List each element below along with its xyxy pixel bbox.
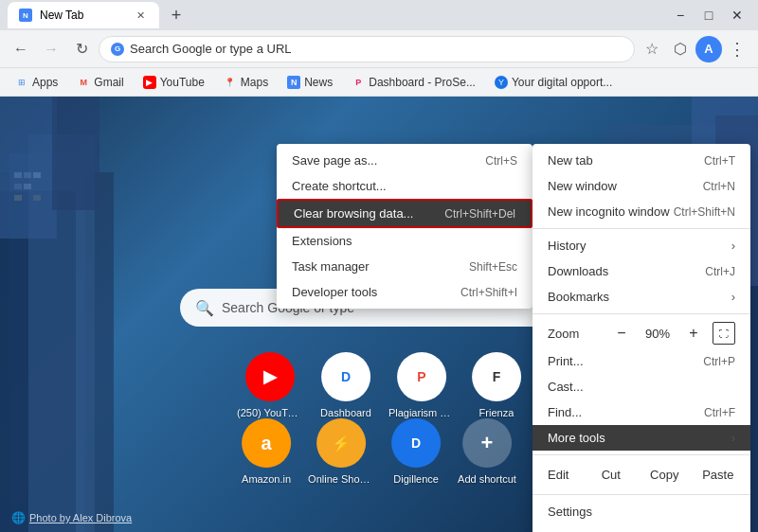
menu-cast[interactable]: Cast... bbox=[532, 374, 750, 399]
bookmark-maps-label: Maps bbox=[241, 76, 268, 89]
shortcut-shop-label: Online Shopp... bbox=[308, 473, 374, 485]
close-button[interactable]: ✕ bbox=[724, 2, 750, 28]
menu-more-tools[interactable]: More tools › bbox=[532, 425, 750, 451]
apps-icon: ⊞ bbox=[15, 76, 28, 89]
extensions-label: Extensions bbox=[292, 234, 517, 248]
menu-downloads[interactable]: Downloads Ctrl+J bbox=[532, 258, 750, 284]
dev-tools-shortcut: Ctrl+Shift+I bbox=[460, 286, 517, 299]
news-icon: N bbox=[287, 76, 300, 89]
menu-settings[interactable]: Settings bbox=[532, 499, 750, 524]
extensions-button[interactable]: ⬡ bbox=[667, 36, 694, 62]
zoom-fullscreen-button[interactable]: ⛶ bbox=[713, 322, 735, 345]
menu-new-incognito[interactable]: New incognito window Ctrl+Shift+N bbox=[532, 199, 750, 224]
bookmark-star-button[interactable]: ☆ bbox=[639, 36, 665, 62]
gmail-icon: M bbox=[77, 76, 90, 89]
task-manager-shortcut: Shift+Esc bbox=[469, 260, 517, 274]
bookmarks-arrow: › bbox=[731, 290, 735, 304]
shortcut-frienza[interactable]: F Frienza bbox=[472, 352, 521, 418]
shortcut-add[interactable]: + Add shortcut bbox=[458, 418, 516, 485]
shortcut-digillence[interactable]: D Digillence bbox=[391, 418, 441, 485]
more-tools-task-manager[interactable]: Task manager Shift+Esc bbox=[277, 254, 532, 279]
toolbar-icons: ☆ ⬡ A ⋮ bbox=[639, 36, 750, 62]
tab-close-button[interactable]: ✕ bbox=[133, 8, 148, 23]
more-tools-save-page[interactable]: Save page as... Ctrl+S bbox=[277, 148, 532, 173]
shortcut-plagiarism-icon: P bbox=[397, 352, 446, 401]
menu-new-tab[interactable]: New tab Ctrl+T bbox=[532, 148, 750, 173]
photo-credit[interactable]: 🌐 Photo by Alex Dibrova bbox=[11, 511, 132, 524]
shortcut-dashboard-label: Dashboard bbox=[320, 407, 371, 418]
history-label: History bbox=[548, 239, 731, 253]
reload-button[interactable]: ↻ bbox=[68, 36, 95, 62]
more-tools-developer-tools[interactable]: Developer tools Ctrl+Shift+I bbox=[277, 279, 532, 305]
zoom-value: 90% bbox=[641, 327, 675, 341]
new-tab-label: New tab bbox=[548, 153, 704, 168]
shortcuts-row-1: ▶ (250) YouTube D Dashboard P Plagiarism… bbox=[237, 352, 521, 418]
zoom-minus-button[interactable]: − bbox=[610, 322, 633, 345]
shortcut-youtube-label: (250) YouTube bbox=[237, 407, 303, 418]
shortcut-plagiarism[interactable]: P Plagiarism C... bbox=[388, 352, 455, 418]
more-tools-arrow: › bbox=[731, 431, 735, 445]
paste-button[interactable]: Paste bbox=[694, 463, 744, 487]
menu-history[interactable]: History › bbox=[532, 233, 750, 258]
bookmark-youtube[interactable]: ▶ YouTube bbox=[135, 74, 212, 91]
edit-row: Edit Cut Copy Paste bbox=[532, 459, 750, 490]
menu-bookmarks[interactable]: Bookmarks › bbox=[532, 284, 750, 310]
shortcut-amazon[interactable]: a Amazon.in bbox=[242, 418, 291, 485]
zoom-plus-button[interactable]: + bbox=[682, 322, 705, 345]
dashboard-icon: P bbox=[352, 76, 365, 89]
more-tools-create-shortcut[interactable]: Create shortcut... bbox=[277, 173, 532, 199]
zoom-row: Zoom − 90% + ⛶ bbox=[532, 318, 750, 348]
bookmark-apps-label: Apps bbox=[32, 76, 58, 89]
divider-2 bbox=[532, 313, 750, 314]
bookmark-maps[interactable]: 📍 Maps bbox=[216, 74, 276, 91]
cast-label: Cast... bbox=[548, 380, 735, 394]
new-incognito-label: New incognito window bbox=[548, 204, 674, 219]
downloads-label: Downloads bbox=[548, 264, 705, 278]
tab-label: New Tab bbox=[40, 9, 83, 22]
toolbar: ← → ↻ G Search Google or type a URL ☆ ⬡ … bbox=[0, 30, 758, 68]
menu-button[interactable]: ⋮ bbox=[724, 36, 750, 62]
shortcut-online-shop[interactable]: ⚡ Online Shopp... bbox=[308, 418, 374, 485]
new-tab-button[interactable]: + bbox=[163, 2, 190, 28]
svg-rect-26 bbox=[0, 97, 57, 239]
bookmark-news[interactable]: N News bbox=[280, 74, 340, 91]
maximize-button[interactable]: □ bbox=[695, 2, 722, 28]
new-tab-shortcut: Ctrl+T bbox=[704, 154, 735, 168]
shortcut-digillence-label: Digillence bbox=[393, 473, 439, 485]
divider-4 bbox=[532, 494, 750, 495]
bookmark-gmail[interactable]: M Gmail bbox=[69, 74, 131, 91]
divider-1 bbox=[532, 228, 750, 229]
more-tools-extensions[interactable]: Extensions bbox=[277, 228, 532, 254]
shortcuts-row-2: a Amazon.in ⚡ Online Shopp... D Digillen… bbox=[242, 418, 516, 485]
shortcut-digillence-icon: D bbox=[391, 418, 441, 468]
find-shortcut: Ctrl+F bbox=[704, 406, 735, 419]
menu-help[interactable]: Help › bbox=[532, 524, 750, 532]
copy-button[interactable]: Copy bbox=[640, 463, 690, 487]
find-label: Find... bbox=[548, 405, 704, 419]
shortcut-add-label: Add shortcut bbox=[458, 473, 516, 485]
shortcut-dashboard[interactable]: D Dashboard bbox=[320, 352, 371, 418]
bookmark-digital[interactable]: Y Your digital opport... bbox=[487, 74, 620, 91]
shortcut-youtube[interactable]: ▶ (250) YouTube bbox=[237, 352, 303, 418]
menu-find[interactable]: Find... Ctrl+F bbox=[532, 399, 750, 425]
address-text: Search Google or type a URL bbox=[130, 42, 292, 56]
bookmark-apps[interactable]: ⊞ Apps bbox=[8, 74, 65, 91]
print-label: Print... bbox=[548, 354, 703, 368]
minimize-button[interactable]: − bbox=[667, 2, 694, 28]
save-page-shortcut: Ctrl+S bbox=[485, 154, 517, 168]
bookmarks-bar: ⊞ Apps M Gmail ▶ YouTube 📍 Maps N News P… bbox=[0, 68, 758, 97]
active-tab[interactable]: N New Tab ✕ bbox=[8, 2, 159, 28]
profile-menu-button[interactable]: A bbox=[695, 36, 722, 62]
task-manager-label: Task manager bbox=[292, 259, 469, 274]
menu-print[interactable]: Print... Ctrl+P bbox=[532, 348, 750, 374]
shortcut-amazon-label: Amazon.in bbox=[242, 473, 291, 485]
more-tools-clear-browsing[interactable]: Clear browsing data... Ctrl+Shift+Del bbox=[277, 199, 532, 228]
back-button[interactable]: ← bbox=[8, 36, 34, 62]
dev-tools-label: Developer tools bbox=[292, 285, 460, 299]
menu-new-window[interactable]: New window Ctrl+N bbox=[532, 173, 750, 199]
bookmark-dashboard[interactable]: P Dashboard - ProSe... bbox=[344, 74, 483, 91]
cut-button[interactable]: Cut bbox=[587, 463, 637, 487]
forward-button[interactable]: → bbox=[38, 36, 64, 62]
address-bar[interactable]: G Search Google or type a URL bbox=[99, 36, 635, 62]
bookmark-dashboard-label: Dashboard - ProSe... bbox=[369, 76, 476, 89]
